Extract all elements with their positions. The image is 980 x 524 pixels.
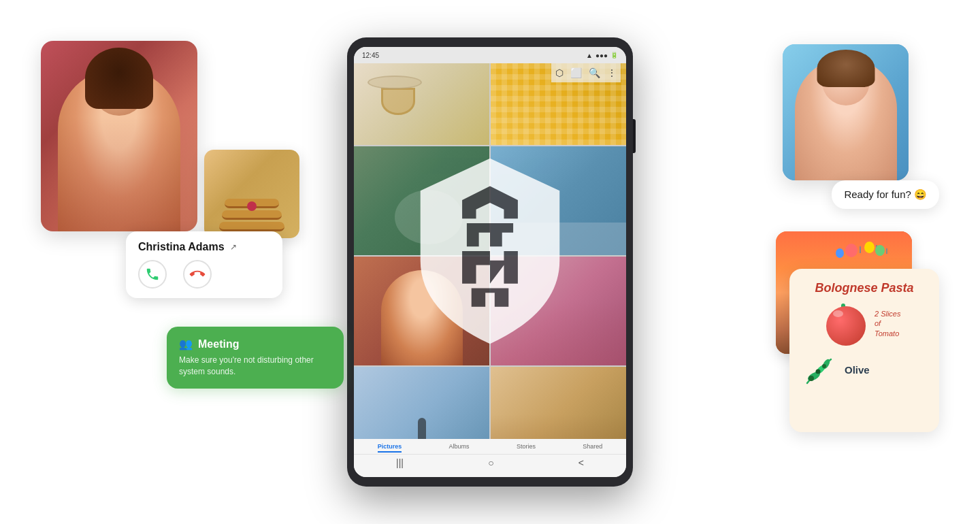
external-link-icon: ↗: [230, 242, 237, 252]
back-button[interactable]: <: [578, 457, 584, 468]
more-icon[interactable]: ⋮: [607, 67, 617, 78]
meeting-notification: 👥 Meeting Make sure you're not disturbin…: [167, 327, 344, 389]
tab-stories[interactable]: Stories: [517, 443, 536, 453]
tomato-drawing: [823, 304, 868, 344]
accept-call-button[interactable]: [138, 260, 167, 289]
recipe-card: Bolognese Pasta 2 Slices of Tomato: [789, 269, 939, 432]
recipe-title: Bolognese Pasta: [800, 281, 928, 295]
status-time: 12:45: [362, 52, 379, 59]
caller-name: Christina Adams: [138, 241, 225, 253]
pancake-layer-bot: [219, 222, 284, 231]
tomato-highlight: [833, 310, 843, 317]
gallery-cell-pingpong[interactable]: [354, 146, 489, 255]
signal-icon: ●●●: [595, 52, 608, 59]
pancake-layer-mid: [222, 210, 282, 220]
balloon-blue: [836, 248, 844, 258]
meeting-icon: 👥: [179, 338, 193, 350]
gallery-cell-selfie[interactable]: [354, 257, 489, 365]
message-text: Ready for fun? 😄: [844, 189, 927, 200]
tomato-section: 2 Slices of Tomato: [823, 304, 905, 347]
balloon-red: [845, 244, 858, 257]
power-button[interactable]: [633, 119, 636, 153]
select-icon[interactable]: ⬜: [570, 67, 582, 78]
balloon-green-string: [886, 248, 887, 254]
tab-shared[interactable]: Shared: [583, 443, 602, 453]
gallery-cell-party[interactable]: [491, 257, 626, 365]
gallery-top-icons[interactable]: ⬡ ⬜ 🔍 ⋮: [551, 63, 621, 82]
home-button[interactable]: ○: [488, 457, 493, 468]
search-icon[interactable]: 🔍: [589, 67, 600, 78]
meeting-text: Make sure you're not disturbing other sy…: [179, 355, 331, 378]
right-portrait-photo: [783, 44, 909, 180]
tab-pictures[interactable]: Pictures: [378, 443, 402, 453]
call-name-row: Christina Adams ↗: [138, 241, 270, 253]
bottom-nav: Pictures Albums Stories Shared ||| ○ <: [354, 439, 626, 477]
tomato-circle: [826, 306, 866, 346]
status-bar: 12:45 ▲ ●●● 🔋: [354, 47, 626, 63]
call-buttons: [138, 260, 270, 289]
message-bubble: Ready for fun? 😄: [832, 180, 939, 209]
decline-call-button[interactable]: [183, 260, 212, 289]
olive-section: Olive: [800, 353, 928, 387]
recents-button[interactable]: |||: [396, 457, 404, 468]
svg-point-4: [816, 370, 821, 374]
tablet-screen: 12:45 ▲ ●●● 🔋 ⬡ ⬜ 🔍 ⋮: [354, 47, 626, 477]
balloon-red-string: [860, 246, 861, 253]
tablet: 12:45 ▲ ●●● 🔋 ⬡ ⬜ 🔍 ⋮: [347, 37, 633, 487]
olive-label: Olive: [845, 364, 870, 376]
tab-albums[interactable]: Albums: [449, 443, 470, 453]
pancake-stack: [219, 199, 284, 231]
svg-point-5: [822, 364, 826, 368]
balloon-yellow: [864, 242, 875, 253]
balloon-green: [875, 245, 885, 256]
meeting-header: 👥 Meeting: [179, 338, 331, 350]
gallery-cell-food[interactable]: [354, 63, 489, 145]
wifi-icon: ▲: [586, 52, 593, 59]
svg-point-3: [808, 376, 814, 381]
left-portrait-photo: [41, 41, 197, 231]
battery-icon: 🔋: [610, 52, 618, 59]
pancake-photo: [204, 150, 299, 238]
right-portrait-hair: [817, 50, 875, 87]
gallery-grid: [354, 63, 626, 439]
status-icons: ▲ ●●● 🔋: [586, 52, 618, 59]
cast-icon[interactable]: ⬡: [555, 67, 564, 78]
call-notification: Christina Adams ↗: [126, 231, 282, 298]
berry: [247, 201, 257, 211]
gallery-cell-beach[interactable]: [491, 146, 626, 255]
olive-branch-svg: [800, 353, 838, 387]
gallery-nav-tabs[interactable]: Pictures Albums Stories Shared: [354, 439, 626, 455]
meeting-title: Meeting: [198, 338, 239, 350]
tablet-body: 12:45 ▲ ●●● 🔋 ⬡ ⬜ 🔍 ⋮: [347, 37, 633, 487]
portrait-hair: [85, 48, 153, 109]
system-nav-buttons[interactable]: ||| ○ <: [354, 455, 626, 471]
tomato-annotation: 2 Slices of Tomato: [875, 309, 905, 338]
